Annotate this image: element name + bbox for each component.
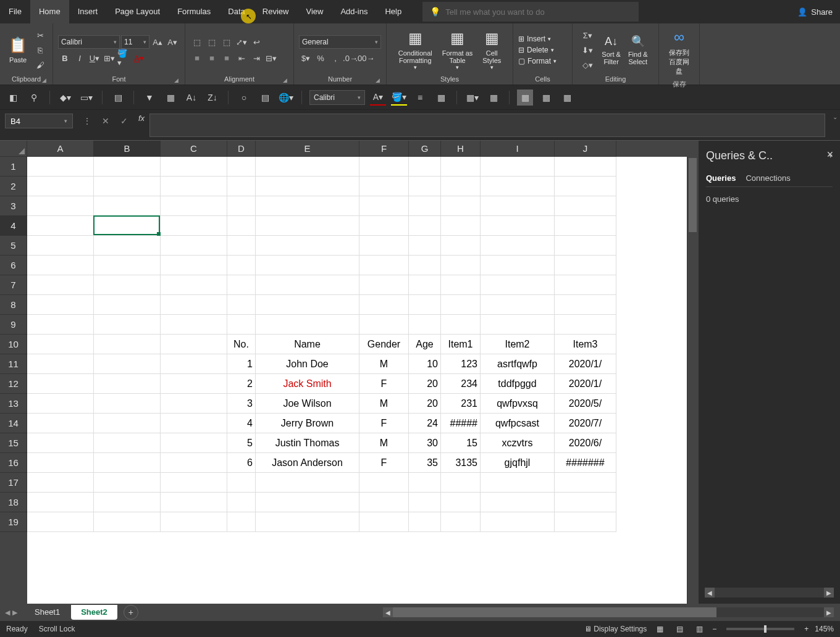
sheet-tab-sheet2[interactable]: Sheet2 — [71, 605, 117, 620]
cell-C11[interactable] — [161, 354, 227, 374]
cell-E4[interactable] — [256, 216, 359, 236]
cell-E7[interactable] — [256, 275, 359, 295]
row-header-12[interactable]: 12 — [0, 374, 27, 394]
page-break-view-button[interactable]: ▥ — [692, 623, 706, 635]
menu-formulas[interactable]: Formulas — [169, 0, 219, 23]
cell-B17[interactable] — [94, 473, 161, 493]
row-header-15[interactable]: 15 — [0, 433, 27, 453]
dialog-launcher-icon[interactable]: ◢ — [42, 77, 46, 83]
cell-C12[interactable] — [161, 374, 227, 394]
cell-F14[interactable]: F — [359, 414, 409, 433]
toolbar2-font-select[interactable]: Calibri▾ — [309, 90, 365, 105]
tb2-btn-2[interactable]: ⚲ — [26, 90, 42, 106]
cell-H15[interactable]: 15 — [441, 433, 481, 453]
copy-button[interactable]: ⎘ — [33, 43, 47, 57]
dialog-launcher-icon[interactable]: ◢ — [283, 77, 287, 83]
cut-button[interactable]: ✂ — [33, 28, 47, 42]
row-header-17[interactable]: 17 — [0, 473, 27, 493]
cell-F4[interactable] — [359, 216, 409, 236]
format-as-table-button[interactable]: ▦Format as Table▾ — [439, 26, 477, 74]
sort-asc-icon[interactable]: A↓ — [183, 90, 200, 106]
cell-E3[interactable] — [256, 196, 359, 216]
cell-I14[interactable]: qwfpcsast — [481, 414, 555, 433]
cell-H9[interactable] — [441, 315, 481, 335]
bold-button[interactable]: B — [58, 51, 72, 65]
cell-D16[interactable]: 6 — [227, 453, 256, 473]
row-header-6[interactable]: 6 — [0, 256, 27, 275]
horizontal-scrollbar[interactable]: ◀ ▶ — [383, 607, 834, 617]
zoom-in-button[interactable]: + — [804, 625, 808, 633]
cell-A15[interactable] — [27, 433, 94, 453]
menu-review[interactable]: Review — [254, 0, 298, 23]
cell-D4[interactable] — [227, 216, 256, 236]
column-header-D[interactable]: D — [227, 141, 256, 157]
row-header-2[interactable]: 2 — [0, 177, 27, 196]
cell-I1[interactable] — [481, 157, 555, 177]
cell-G11[interactable]: 10 — [409, 354, 441, 374]
cell-C3[interactable] — [161, 196, 227, 216]
filter-icon[interactable]: ▼ — [141, 90, 158, 106]
cell-D19[interactable] — [227, 512, 256, 532]
column-header-E[interactable]: E — [256, 141, 359, 157]
fx-icon[interactable]: fx — [138, 114, 145, 123]
cell-I19[interactable] — [481, 512, 555, 532]
cell-H12[interactable]: 234 — [441, 374, 481, 394]
row-header-14[interactable]: 14 — [0, 414, 27, 433]
cell-I15[interactable]: xczvtrs — [481, 433, 555, 453]
formula-input[interactable] — [149, 114, 825, 137]
cell-G15[interactable]: 30 — [409, 433, 441, 453]
cell-I16[interactable]: gjqfhjl — [481, 453, 555, 473]
cell-C13[interactable] — [161, 394, 227, 414]
cell-E10[interactable]: Name — [256, 335, 359, 354]
tb2-btn-3[interactable]: ◆▾ — [57, 90, 74, 106]
cell-B6[interactable] — [94, 256, 161, 275]
row-header-16[interactable]: 16 — [0, 453, 27, 473]
cell-G7[interactable] — [409, 275, 441, 295]
cell-J4[interactable] — [555, 216, 616, 236]
grid-icon-2[interactable]: ▦ — [485, 90, 502, 106]
cell-C6[interactable] — [161, 256, 227, 275]
cell-E9[interactable] — [256, 315, 359, 335]
cell-A9[interactable] — [27, 315, 94, 335]
circle-icon[interactable]: ○ — [236, 90, 252, 106]
cell-C2[interactable] — [161, 177, 227, 196]
cell-D10[interactable]: No. — [227, 335, 256, 354]
align-right-button[interactable]: ≡ — [220, 51, 233, 65]
row-header-9[interactable]: 9 — [0, 315, 27, 335]
cell-F3[interactable] — [359, 196, 409, 216]
cell-F11[interactable]: M — [359, 354, 409, 374]
cell-F6[interactable] — [359, 256, 409, 275]
align-top-button[interactable]: ⬚ — [190, 35, 204, 49]
cell-H19[interactable] — [441, 512, 481, 532]
save-to-cloud-button[interactable]: ∞ 保存到 百度网盘 — [664, 26, 694, 78]
cell-E16[interactable]: Jason Anderson — [256, 453, 359, 473]
cell-E17[interactable] — [256, 473, 359, 493]
cell-D18[interactable] — [227, 493, 256, 512]
cell-B16[interactable] — [94, 453, 161, 473]
cell-A8[interactable] — [27, 295, 94, 315]
cell-I10[interactable]: Item2 — [481, 335, 555, 354]
cell-G16[interactable]: 35 — [409, 453, 441, 473]
increase-indent-button[interactable]: ⇥ — [250, 51, 263, 65]
menu-file[interactable]: File — [0, 0, 30, 23]
vertical-scrollbar[interactable] — [687, 157, 698, 604]
column-header-B[interactable]: B — [94, 141, 161, 157]
cell-E8[interactable] — [256, 295, 359, 315]
row-header-5[interactable]: 5 — [0, 236, 27, 256]
cell-A19[interactable] — [27, 512, 94, 532]
cell-B1[interactable] — [94, 157, 161, 177]
cell-J13[interactable]: 2020/5/ — [555, 394, 616, 414]
cell-D14[interactable]: 4 — [227, 414, 256, 433]
align-left-button[interactable]: ≡ — [190, 51, 204, 65]
align-icon[interactable]: ≡ — [412, 90, 428, 106]
grid-icon-5[interactable]: ▦ — [559, 90, 575, 106]
underline-button[interactable]: U▾ — [88, 51, 101, 65]
row-header-4[interactable]: 4 — [0, 216, 27, 236]
expand-formula-bar[interactable]: ⌄ — [830, 114, 840, 120]
cell-I4[interactable] — [481, 216, 555, 236]
cell-I8[interactable] — [481, 295, 555, 315]
decrease-indent-button[interactable]: ⇤ — [235, 51, 248, 65]
cell-B13[interactable] — [94, 394, 161, 414]
align-center-button[interactable]: ≡ — [205, 51, 219, 65]
scroll-left-icon[interactable]: ◀ — [383, 607, 393, 617]
